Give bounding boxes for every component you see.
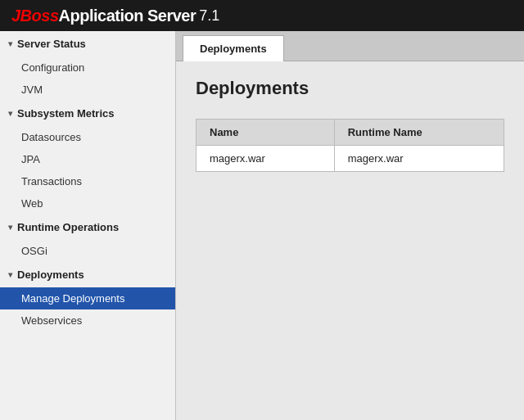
sidebar-section-deployments[interactable]: ▾Deployments <box>0 262 175 287</box>
sidebar: ▾Server StatusConfigurationJVM▾Subsystem… <box>0 31 176 420</box>
content-area: Deployments NameRuntime Name magerx.warm… <box>176 61 524 420</box>
chevron-icon: ▾ <box>8 109 12 118</box>
app-header: JBoss Application Server 7.1 <box>0 0 524 31</box>
table-cell-name: magerx.war <box>196 146 335 172</box>
sidebar-item-jvm[interactable]: JVM <box>0 79 175 101</box>
brand-rest: Application Server <box>59 7 196 25</box>
sidebar-item-osgi[interactable]: OSGi <box>0 240 175 262</box>
sidebar-item-web[interactable]: Web <box>0 192 175 215</box>
brand-version: 7.1 <box>199 7 219 25</box>
table-cell-runtime-name: magerx.war <box>334 146 504 172</box>
chevron-icon: ▾ <box>8 270 12 279</box>
sidebar-section-label: Subsystem Metrics <box>17 107 115 120</box>
deployments-table: NameRuntime Name magerx.warmagerx.war <box>196 119 504 172</box>
main-content: Deployments Deployments NameRuntime Name… <box>176 31 524 420</box>
chevron-icon: ▾ <box>8 39 12 48</box>
main-layout: ▾Server StatusConfigurationJVM▾Subsystem… <box>0 31 524 420</box>
sidebar-item-transactions[interactable]: Transactions <box>0 170 175 192</box>
table-col-runtime-name: Runtime Name <box>334 120 504 146</box>
sidebar-item-configuration[interactable]: Configuration <box>0 56 175 79</box>
tab-bar: Deployments <box>176 31 524 61</box>
table-header-row: NameRuntime Name <box>196 120 504 146</box>
sidebar-section-label: Server Status <box>17 38 86 50</box>
sidebar-section-label: Runtime Operations <box>17 221 119 233</box>
sidebar-item-webservices[interactable]: Webservices <box>0 309 175 332</box>
sidebar-section-runtime-operations[interactable]: ▾Runtime Operations <box>0 215 175 240</box>
sidebar-item-manage-deployments[interactable]: Manage Deployments <box>0 287 175 309</box>
table-col-name: Name <box>196 120 335 146</box>
sidebar-section-server-status[interactable]: ▾Server Status <box>0 31 175 56</box>
chevron-icon: ▾ <box>8 223 12 232</box>
sidebar-section-label: Deployments <box>17 269 84 281</box>
table-body: magerx.warmagerx.war <box>196 146 504 172</box>
brand-jboss: JBoss <box>11 7 59 25</box>
tab-deployments-tab[interactable]: Deployments <box>183 35 284 61</box>
sidebar-item-datasources[interactable]: Datasources <box>0 126 175 148</box>
sidebar-section-subsystem-metrics[interactable]: ▾Subsystem Metrics <box>0 101 175 126</box>
sidebar-item-jpa[interactable]: JPA <box>0 148 175 170</box>
table-row[interactable]: magerx.warmagerx.war <box>196 146 504 172</box>
page-title: Deployments <box>196 78 504 99</box>
